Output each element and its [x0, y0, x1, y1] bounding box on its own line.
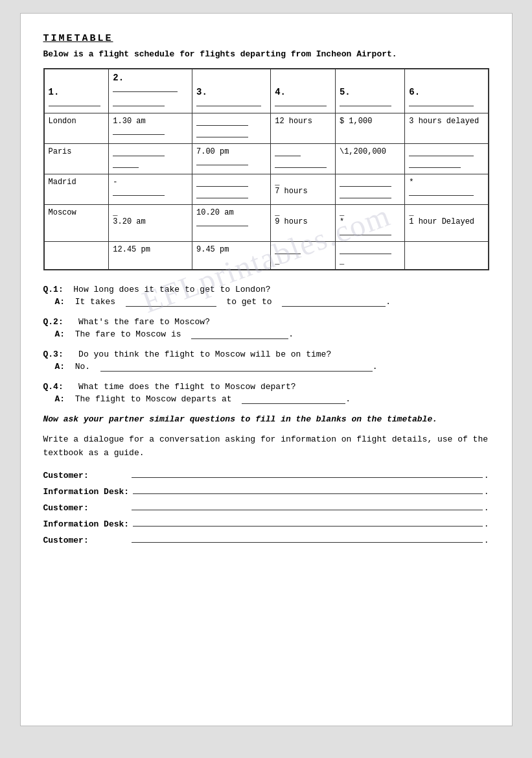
table-header-row: 1. 2. 3. 4.	[44, 69, 489, 113]
page: EFLprintables.com TIMETABLE Below is a f…	[20, 13, 513, 726]
table-row: Moscow _ 3.20 am 10.20 am _ 9 hours _ *	[44, 205, 489, 242]
cell-paris-dest: Paris	[44, 144, 109, 174]
dialogue-label-1: Customer:	[43, 471, 128, 480]
answer-2: A: The fare to Moscow is .	[55, 329, 489, 339]
cell-paris-arr: 7.00 pm	[192, 144, 271, 174]
qa-item-3: Q.3: Do you think the flight to Moscow w…	[43, 349, 489, 372]
dialogue-section: Customer: . Information Desk: . Customer…	[43, 471, 489, 545]
cell-paris-notes	[405, 144, 489, 174]
header-col3: 3.	[192, 69, 271, 113]
cell-madrid-fare	[335, 174, 404, 205]
page-subtitle: Below is a flight schedule for flights d…	[43, 49, 489, 59]
table-row: London 1.30 am 12 hours $ 1,000 3 hours …	[44, 113, 489, 144]
cell-london-dur: 12 hours	[271, 113, 336, 144]
question-2: Q.2: What's the fare to Moscow?	[43, 317, 489, 327]
cell-madrid-arr	[192, 174, 271, 205]
answer-3-blank1[interactable]	[100, 362, 373, 372]
write-instruction: Write a dialogue for a conversation aski…	[43, 433, 489, 460]
cell-extra-arr: 9.45 pm	[192, 242, 271, 270]
cell-moscow-dur: _ 9 hours	[271, 205, 336, 242]
dialogue-row-3: Customer: .	[43, 503, 489, 513]
answer-4: A: The flight to Moscow departs at .	[55, 394, 489, 404]
page-title: TIMETABLE	[43, 33, 489, 44]
qa-item-1: Q.1: How long does it take to get to Lon…	[43, 285, 489, 307]
cell-madrid-notes: *	[405, 174, 489, 205]
cell-madrid-dur: _ 7 hours	[271, 174, 336, 205]
answer-1: A: It takes to get to .	[55, 297, 489, 307]
cell-moscow-arr: 10.20 am	[192, 205, 271, 242]
dialogue-row-4: Information Desk: .	[43, 519, 489, 529]
cell-extra-dest	[44, 242, 109, 270]
dialogue-line-2[interactable]	[133, 493, 483, 494]
cell-extra-notes	[405, 242, 489, 270]
header-col2: 2.	[109, 69, 192, 113]
cell-paris-fare: \1,200,000	[335, 144, 404, 174]
table-row: Madrid - _ 7 hours *	[44, 174, 489, 205]
cell-paris-dur	[271, 144, 336, 174]
answer-4-blank1[interactable]	[242, 395, 345, 404]
header-col6: 6.	[405, 69, 489, 113]
header-col5: 5.	[335, 69, 404, 113]
header-col4: 4.	[271, 69, 336, 113]
dialogue-row-1: Customer: .	[43, 471, 489, 480]
qa-section: Q.1: How long does it take to get to Lon…	[43, 285, 489, 404]
cell-madrid-dest: Madrid	[44, 174, 109, 205]
cell-moscow-notes: _ 1 hour Delayed	[405, 205, 489, 242]
cell-paris-dep	[109, 144, 192, 174]
cell-moscow-fare: _ *	[335, 205, 404, 242]
question-1: Q.1: How long does it take to get to Lon…	[43, 285, 489, 294]
table-row: Paris 7.00 pm \1,200,000	[44, 144, 489, 174]
cell-moscow-dep: _ 3.20 am	[109, 205, 192, 242]
dialogue-row-2: Information Desk: .	[43, 487, 489, 497]
question-4: Q.4: What time does the flight to Moscow…	[43, 382, 489, 392]
dialogue-line-3[interactable]	[132, 510, 483, 510]
question-3: Q.3: Do you think the flight to Moscow w…	[43, 349, 489, 359]
cell-madrid-dep: -	[109, 174, 192, 205]
dialogue-line-4[interactable]	[133, 526, 483, 527]
table-row: 12.45 pm 9.45 pm _ _	[44, 242, 489, 270]
answer-2-blank1[interactable]	[191, 330, 288, 339]
dialogue-label-2: Information Desk:	[43, 487, 130, 497]
dialogue-line-5[interactable]	[132, 542, 483, 543]
cell-extra-fare: _	[335, 242, 404, 270]
answer-1-blank1[interactable]	[126, 298, 216, 307]
partner-note: Now ask your partner similar questions t…	[43, 414, 489, 424]
cell-london-dep: 1.30 am	[109, 113, 192, 144]
cell-london-arr	[192, 113, 271, 144]
answer-1-blank2[interactable]	[282, 298, 386, 307]
cell-london-fare: $ 1,000	[335, 113, 404, 144]
header-col1: 1.	[44, 69, 109, 113]
cell-extra-dep: 12.45 pm	[109, 242, 192, 270]
dialogue-label-4: Information Desk:	[43, 519, 130, 529]
dialogue-label-3: Customer:	[43, 503, 128, 513]
answer-3: A: No. .	[55, 362, 489, 372]
dialogue-row-5: Customer: .	[43, 536, 489, 545]
cell-london-notes: 3 hours delayed	[405, 113, 489, 144]
cell-london-dest: London	[44, 113, 109, 144]
timetable: 1. 2. 3. 4.	[43, 68, 489, 270]
qa-item-2: Q.2: What's the fare to Moscow? A: The f…	[43, 317, 489, 339]
cell-extra-dur: _	[271, 242, 336, 270]
dialogue-label-5: Customer:	[43, 536, 128, 545]
cell-moscow-dest: Moscow	[44, 205, 109, 242]
dialogue-line-1[interactable]	[132, 477, 483, 478]
qa-item-4: Q.4: What time does the flight to Moscow…	[43, 382, 489, 404]
